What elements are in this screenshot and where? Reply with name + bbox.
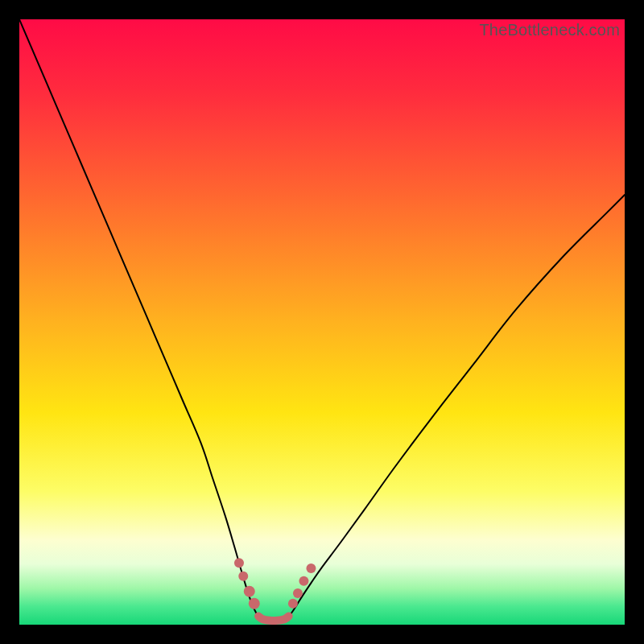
outer-frame: TheBottleneck.com — [0, 0, 644, 644]
watermark-text: TheBottleneck.com — [479, 21, 620, 39]
left-dot-2 — [238, 572, 248, 581]
right-dot-3 — [299, 576, 308, 586]
right-dot-2 — [293, 588, 303, 598]
left-dot-4 — [249, 598, 260, 609]
left-dot-3 — [244, 586, 255, 597]
right-dot-1 — [288, 599, 298, 609]
series-valley-floor — [258, 616, 289, 620]
chart-canvas — [19, 19, 625, 625]
gradient-background — [19, 19, 625, 625]
right-dot-4 — [306, 564, 316, 573]
left-dot-1 — [234, 558, 244, 568]
plot-area: TheBottleneck.com — [19, 19, 625, 625]
